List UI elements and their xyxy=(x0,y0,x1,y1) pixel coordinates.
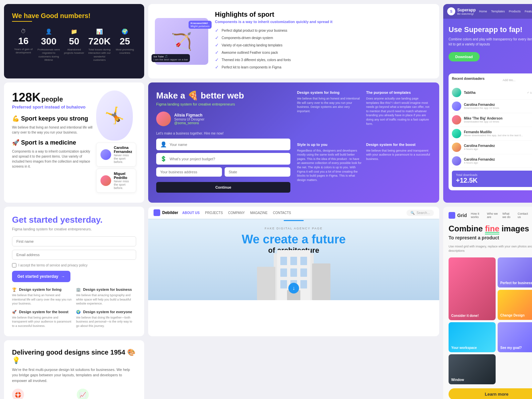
sport-section-2: 🚀 Sport is a medicine Components is a wa… xyxy=(12,139,93,169)
nav-link-contacts[interactable]: CONTACTS xyxy=(273,211,291,215)
nav-link-magazine[interactable]: MAGAZINE xyxy=(250,211,267,215)
check-icon: ✓ xyxy=(215,50,219,55)
athlete-badge: Krassavchiki!Might potatoes xyxy=(189,21,212,29)
card-superapp: S Superapp Be watching! Home Templates P… xyxy=(443,4,532,203)
image-card-workspace: Your workspace xyxy=(449,322,496,352)
stat-item: 🌍 25 Most promising countries xyxy=(113,28,136,62)
person-card-2: Miguel Pedrillo Never miss the sport bef… xyxy=(96,169,136,193)
nav-link-home[interactable]: Home xyxy=(479,10,487,13)
downloader-item: Fernando Mudillo Never downloaded this a… xyxy=(452,127,532,141)
nav-search[interactable]: 🔍 Search... xyxy=(407,210,434,216)
budget-input[interactable] xyxy=(170,157,286,161)
nav-link-features[interactable]: Features xyxy=(525,10,532,13)
check-icon: ✓ xyxy=(215,35,219,40)
image-card-goal: See my goal? xyxy=(498,322,532,352)
download-button[interactable]: Download xyxy=(449,52,480,61)
grid-nav-what[interactable]: What we do xyxy=(502,212,514,219)
person-desc-1: Never miss the sport before. xyxy=(114,154,132,164)
svg-rect-2 xyxy=(280,257,287,265)
nav-link-products[interactable]: Products xyxy=(509,10,521,13)
betterweb-form: 👤 💲 Continue xyxy=(156,139,290,193)
dl-name: Mike 'The Big' Anderson xyxy=(464,117,503,120)
design-text-4: We believe that doing life together—both… xyxy=(76,316,136,328)
dl-name: Carolina Fernandez xyxy=(464,103,499,107)
people-number: 128K xyxy=(12,90,41,105)
grid-nav-who[interactable]: Who we are xyxy=(487,212,498,219)
dl-avatar xyxy=(452,88,461,97)
svg-rect-6 xyxy=(290,268,297,277)
design-item-1: 🏆 Design system for living We believe th… xyxy=(12,287,72,306)
sport-title-1: 💪 Sport keeps you strong xyxy=(12,115,93,122)
check-item-2: ✓ Components-driven design system xyxy=(215,35,332,40)
continue-button[interactable]: Continue xyxy=(156,182,290,193)
person-avatar-2 xyxy=(100,175,111,186)
image-grid: Consider it done! Perfect for business C… xyxy=(449,257,532,384)
down-button[interactable]: ↓ xyxy=(288,283,299,293)
form-field-address[interactable] xyxy=(156,167,222,177)
form-field-name[interactable]: 👤 xyxy=(156,139,290,150)
nav-link-about[interactable]: ABOUT US xyxy=(182,211,200,215)
form-field-state[interactable] xyxy=(225,167,290,177)
sport-figure-area: 🤸 Carolina Fernandez Never miss the spor… xyxy=(96,90,136,195)
nav-link-projects[interactable]: PROJECTS xyxy=(205,211,223,215)
total-downloads-box: Total downloads +12.5K xyxy=(452,171,532,187)
betterweb-title: Make a 🍕 better web xyxy=(156,90,290,101)
sport-title-2: 🚀 Sport is a medicine xyxy=(12,139,93,146)
design-title-2: 🏢 Design system for business xyxy=(76,287,136,292)
stat-item: 📁 50 Abandoned projects however xyxy=(63,28,85,62)
grid-logo: Grid xyxy=(449,212,467,219)
card-grid-combine: Grid How it works Who we are What we do … xyxy=(443,207,532,399)
dl-avatar xyxy=(452,143,461,152)
arch-label: FAKE DIGITAL AGENCY PAGE xyxy=(148,227,439,230)
address-input[interactable] xyxy=(160,170,218,174)
check-item-5: ✓ Themed into 3 different styles, colors… xyxy=(215,57,332,62)
terms-checkbox[interactable] xyxy=(12,263,16,267)
image-card-business: Perfect for business xyxy=(498,257,532,288)
card-betterweb: Make a 🍕 better web Figma landing system… xyxy=(148,82,439,203)
stat-value-losses: 720K xyxy=(88,36,111,47)
grid-nav-contact[interactable]: Contact us xyxy=(518,212,528,219)
email-input[interactable] xyxy=(12,250,136,260)
design-text-3: We believe that being genuine and transp… xyxy=(12,316,72,328)
downloader-item: Tabitha ✓ Live Chat xyxy=(452,86,532,99)
firstname-input[interactable] xyxy=(12,236,136,246)
person-icon: 👤 xyxy=(160,141,167,148)
name-input[interactable] xyxy=(170,143,286,147)
form-row-address xyxy=(156,167,290,179)
card-good-numbers: We have Good numbers! ⏱ 16 Years of gain… xyxy=(4,4,144,78)
superapp-tagline: Be watching! xyxy=(457,12,476,15)
good-numbers-title: We have Good numbers! xyxy=(12,12,136,20)
svg-rect-13 xyxy=(312,263,330,300)
dl-name: Fernando Mudillo xyxy=(464,130,523,134)
learn-more-button[interactable]: Learn more xyxy=(449,388,532,399)
dl-info: Tabitha xyxy=(464,91,476,94)
dl-avatar xyxy=(452,156,461,166)
countries-icon: 🌍 xyxy=(113,28,136,35)
workspace-image: Your workspace xyxy=(449,322,496,352)
stat-item: 📊 720K Total losses during interaction w… xyxy=(88,28,111,62)
bw-text-3: Regardless of this, designers and develo… xyxy=(297,149,362,182)
nav-link-templates[interactable]: Templates xyxy=(491,10,505,13)
sport-text-1: We believe that living an honest and int… xyxy=(12,125,93,135)
goal-image: See my goal? xyxy=(498,322,532,352)
title-underline xyxy=(12,21,32,22)
dl-info: Carolina Fernandez Downloaded the app 10… xyxy=(464,103,499,110)
superapp-nav-links: Home Templates Products Features Contact… xyxy=(479,10,532,13)
grid-logo-icon xyxy=(449,212,455,219)
total-label: Total downloads xyxy=(456,173,532,177)
profile-section: Alisia Figmach Semora UI Designer @soma_… xyxy=(156,112,290,126)
nav-link-company[interactable]: COMPANY xyxy=(228,211,245,215)
state-input[interactable] xyxy=(229,170,286,174)
designs-desc: We're the first multi-purpose design kit… xyxy=(12,367,136,384)
progress-bar xyxy=(284,220,304,221)
getstarted-button[interactable]: Get started yesterday → xyxy=(12,271,70,282)
check-item-6: ✓ Perfect kit to learn components in Fig… xyxy=(215,64,332,70)
support-icon: 🛟 xyxy=(12,389,24,399)
dl-info: Carolina Fernandez 4 hours ago xyxy=(464,158,495,164)
checkbox-row: I accept the terms of service and privac… xyxy=(12,263,136,267)
stat-item: 👤 300 Professionals were migrated to cus… xyxy=(37,28,60,62)
feature-item-sales: 📈 Sales growth Identify qualified custom… xyxy=(77,389,136,399)
arrow-icon: → xyxy=(61,274,65,279)
grid-nav-works[interactable]: How it works xyxy=(471,212,483,219)
form-field-budget[interactable]: 💲 xyxy=(156,153,290,165)
